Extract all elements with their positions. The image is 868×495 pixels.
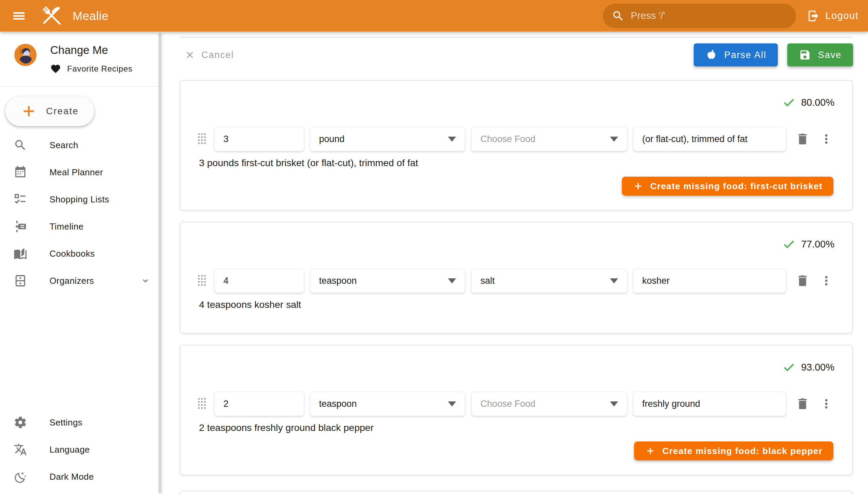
sidebar-item-organizers[interactable]: Organizers — [0, 267, 163, 294]
save-button[interactable]: Save — [787, 44, 853, 66]
drag-handle-icon[interactable] — [198, 398, 207, 410]
apple-icon — [705, 49, 717, 61]
original-ingredient-text: 3 pounds first-cut brisket (or flat-cut)… — [199, 157, 418, 169]
plus-icon — [21, 103, 37, 119]
ingredient-fields-row: pound Choose Food — [198, 127, 834, 151]
search-input[interactable] — [631, 10, 787, 21]
sidebar-bottom-nav: Settings Language Dark Mode — [0, 409, 163, 490]
sidebar-item-label: Organizers — [50, 276, 94, 286]
note-input[interactable] — [633, 392, 786, 416]
sidebar-item-label: Settings — [50, 417, 82, 428]
kebab-menu-icon — [819, 132, 833, 146]
user-name: Change Me — [50, 44, 133, 57]
cancel-label: Cancel — [201, 50, 234, 61]
dropdown-arrow-icon — [448, 278, 456, 284]
ingredient-card: 77.00% teaspoon salt 4 teaspoons kosher … — [180, 222, 853, 334]
meal-planner-icon — [14, 166, 27, 179]
delete-button[interactable] — [795, 129, 811, 149]
sidebar-item-label: Dark Mode — [50, 472, 94, 482]
create-label: Create — [46, 106, 79, 117]
sidebar-item-cookbooks[interactable]: Cookbooks — [0, 240, 163, 267]
sidebar-item-label: Meal Planner — [50, 167, 103, 178]
trash-icon — [796, 274, 810, 288]
sidebar-item-label: Shopping Lists — [50, 194, 109, 205]
sidebar-item-timeline[interactable]: Timeline — [0, 213, 163, 240]
logout-button[interactable]: Logout — [807, 10, 858, 22]
unit-select[interactable]: teaspoon — [310, 392, 465, 416]
dropdown-arrow-icon — [610, 278, 618, 284]
avatar — [14, 44, 37, 66]
confidence-value: 80.00% — [801, 97, 834, 108]
sidebar-item-shopping-lists[interactable]: Shopping Lists — [0, 186, 163, 213]
confidence-indicator: 93.00% — [782, 360, 834, 374]
check-icon — [782, 360, 796, 374]
note-input[interactable] — [633, 127, 786, 151]
logout-icon — [807, 10, 820, 22]
more-options-button[interactable] — [818, 129, 834, 149]
sidebar-item-settings[interactable]: Settings — [0, 409, 163, 436]
sidebar-item-label: Search — [50, 140, 78, 151]
dark-mode-icon — [14, 470, 27, 483]
original-ingredient-text: 2 teaspoons freshly ground black pepper — [199, 422, 374, 433]
create-missing-food-button[interactable]: Create missing food: black pepper — [634, 441, 833, 460]
plus-icon — [645, 445, 656, 456]
parse-all-label: Parse All — [724, 50, 767, 61]
parse-all-button[interactable]: Parse All — [694, 44, 778, 66]
confidence-value: 93.00% — [801, 362, 834, 373]
close-icon — [185, 50, 195, 61]
plus-icon — [633, 181, 644, 191]
app-title: Mealie — [72, 9, 108, 23]
ingredient-parser-main: Cancel Parse All Save 80.00% pound — [163, 32, 868, 495]
delete-button[interactable] — [795, 394, 811, 414]
menu-icon[interactable] — [7, 4, 31, 28]
dropdown-arrow-icon — [610, 137, 618, 142]
create-button[interactable]: Create — [5, 96, 94, 126]
confidence-value: 77.00% — [801, 239, 834, 250]
check-icon — [782, 96, 796, 109]
drag-handle-icon[interactable] — [198, 133, 207, 145]
trash-icon — [796, 397, 810, 411]
drag-handle-icon[interactable] — [198, 275, 207, 287]
cookbooks-icon — [14, 247, 27, 260]
dropdown-arrow-icon — [610, 402, 618, 407]
quantity-input[interactable] — [214, 269, 304, 293]
check-icon — [782, 237, 796, 251]
quantity-input[interactable] — [214, 127, 304, 151]
ingredient-fields-row: teaspoon Choose Food — [198, 392, 834, 416]
cancel-button[interactable]: Cancel — [180, 46, 239, 64]
note-input[interactable] — [633, 269, 786, 293]
favorite-recipes-link[interactable]: Favorite Recipes — [50, 63, 133, 74]
global-search[interactable] — [603, 4, 796, 28]
ingredient-card-list: 80.00% pound Choose Food 3 pounds first-… — [180, 80, 853, 495]
sidebar-item-meal-planner[interactable]: Meal Planner — [0, 159, 163, 186]
food-select[interactable]: Choose Food — [471, 127, 627, 151]
sidebar-item-dark-mode[interactable]: Dark Mode — [0, 463, 163, 490]
app-bar: Mealie Logout — [0, 0, 868, 32]
shopping-lists-icon — [14, 192, 27, 206]
food-select[interactable]: salt — [471, 269, 627, 293]
divider — [0, 86, 163, 87]
unit-select[interactable]: pound — [310, 127, 465, 151]
scrolled-card-edge — [180, 37, 852, 38]
quantity-input[interactable] — [214, 392, 304, 416]
parser-toolbar: Cancel Parse All Save — [180, 44, 853, 66]
heart-icon — [50, 63, 61, 74]
sidebar-item-language[interactable]: Language — [0, 436, 163, 463]
delete-button[interactable] — [795, 271, 811, 291]
food-select[interactable]: Choose Food — [471, 392, 627, 416]
more-options-button[interactable] — [818, 394, 834, 414]
ingredient-card: 93.00% teaspoon Choose Food 2 teaspoons … — [180, 345, 853, 475]
timeline-icon — [14, 220, 27, 233]
sidebar-scrollbar[interactable] — [158, 33, 162, 494]
kebab-menu-icon — [819, 274, 833, 288]
search-icon — [14, 138, 27, 152]
original-ingredient-text: 4 teaspoons kosher salt — [199, 299, 301, 310]
more-options-button[interactable] — [818, 271, 834, 291]
language-icon — [14, 443, 27, 456]
dropdown-arrow-icon — [448, 402, 456, 407]
unit-select[interactable]: teaspoon — [310, 269, 465, 293]
sidebar-item-search[interactable]: Search — [0, 132, 163, 159]
dropdown-arrow-icon — [448, 137, 456, 142]
create-missing-food-button[interactable]: Create missing food: first-cut brisket — [622, 177, 833, 195]
user-block[interactable]: Change Me Favorite Recipes — [0, 32, 163, 74]
